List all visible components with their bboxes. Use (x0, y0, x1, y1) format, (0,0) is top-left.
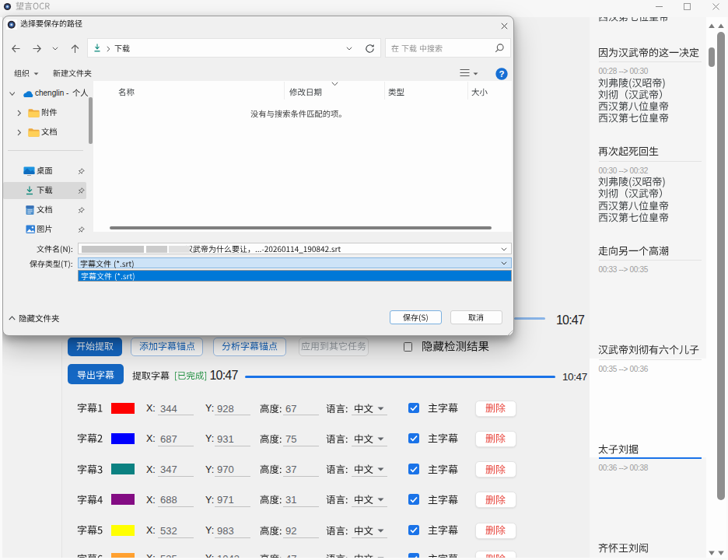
svg-text:?: ? (499, 69, 504, 79)
